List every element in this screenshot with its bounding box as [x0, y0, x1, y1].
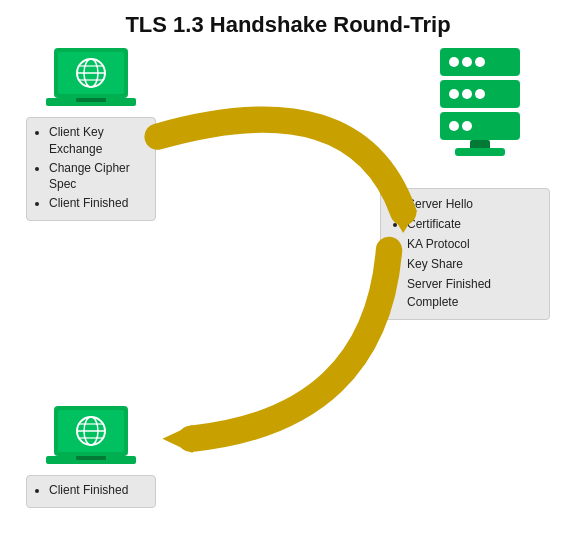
page-container: TLS 1.3 Handshake Round-Trip	[0, 0, 576, 537]
list-item: Client Key Exchange	[49, 124, 147, 158]
server-right	[420, 48, 540, 158]
svg-point-10	[449, 57, 459, 67]
list-item: Change Cipher Spec	[49, 160, 147, 194]
svg-point-16	[475, 89, 485, 99]
svg-rect-30	[76, 456, 106, 460]
svg-point-15	[462, 89, 472, 99]
client-top: Client Key Exchange Change Cipher Spec C…	[26, 48, 156, 221]
list-item: Certificate	[407, 215, 539, 233]
list-item: Server Finished Complete	[407, 275, 539, 311]
server-info-list: Server Hello Certificate KA Protocol Key…	[391, 195, 539, 311]
client-bottom: Client Finished	[26, 406, 156, 508]
svg-point-19	[462, 121, 472, 131]
svg-point-12	[475, 57, 485, 67]
client-top-list: Client Key Exchange Change Cipher Spec C…	[35, 124, 147, 212]
client-bottom-list: Client Finished	[35, 482, 147, 499]
diagram: Client Key Exchange Change Cipher Spec C…	[16, 48, 560, 518]
server-icon	[430, 48, 530, 158]
svg-rect-21	[455, 148, 505, 156]
client-bottom-info: Client Finished	[26, 475, 156, 508]
client-top-info: Client Key Exchange Change Cipher Spec C…	[26, 117, 156, 221]
list-item: Client Finished	[49, 482, 147, 499]
laptop-icon-bottom	[46, 406, 136, 471]
server-info-box: Server Hello Certificate KA Protocol Key…	[380, 188, 550, 320]
list-item: Client Finished	[49, 195, 147, 212]
svg-point-18	[449, 121, 459, 131]
list-item: Key Share	[407, 255, 539, 273]
svg-point-11	[462, 57, 472, 67]
list-item: KA Protocol	[407, 235, 539, 253]
list-item: Server Hello	[407, 195, 539, 213]
laptop-icon-top	[46, 48, 136, 113]
svg-rect-8	[76, 98, 106, 102]
svg-point-14	[449, 89, 459, 99]
svg-marker-34	[162, 425, 192, 453]
page-title: TLS 1.3 Handshake Round-Trip	[16, 12, 560, 38]
